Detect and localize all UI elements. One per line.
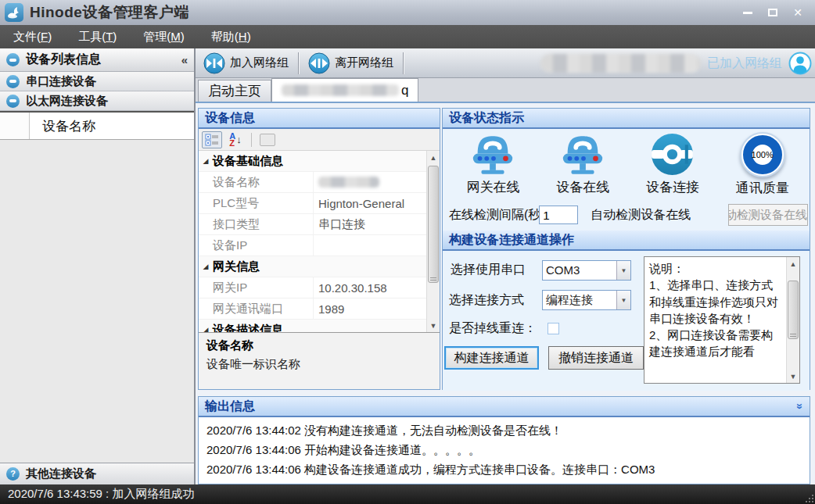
output-panel-header: 输出信息 » [199, 397, 810, 417]
device-status-header: 设备状态指示 [443, 109, 810, 129]
autodetect-button[interactable]: 自动检测设备在线 [728, 204, 808, 226]
device-name-column-header[interactable]: 设备名称 [30, 113, 194, 139]
property-grid: ◢ 设备基础信息 设备名称 PLC型号 Hignton-General 接口类型… [199, 151, 440, 332]
property-row-gateway-ip[interactable]: 网关IP 10.20.30.158 [199, 277, 426, 298]
reconnect-checkbox[interactable] [548, 323, 559, 334]
scroll-down-icon[interactable]: ▼ [787, 370, 799, 383]
interval-input[interactable] [539, 206, 578, 224]
sidebar-title: 设备列表信息 [26, 52, 181, 68]
close-button[interactable]: ✕ [785, 2, 810, 23]
comm-quality-value: 100% [752, 150, 774, 159]
alphabetical-sort-button[interactable]: AZ↓ [225, 131, 246, 148]
tab-device[interactable]: q [271, 78, 418, 102]
indicator-device-online: 设备在线 [544, 132, 623, 196]
redacted-user-info [540, 54, 701, 73]
main-toolbar: 加入网络组 离开网络组 已加入网络组 [196, 48, 815, 78]
property-row-device-name[interactable]: 设备名称 [199, 172, 426, 193]
tab-home[interactable]: 启动主页 [198, 80, 271, 102]
resize-grip[interactable] [803, 492, 813, 502]
menu-manage[interactable]: 管理(M) [130, 25, 198, 48]
category-row-basic[interactable]: ◢ 设备基础信息 [199, 151, 426, 172]
property-row-device-ip[interactable]: 设备IP [199, 235, 426, 256]
indicator-device-connected: 设备连接 [634, 132, 713, 196]
join-network-button[interactable]: 加入网络组 [196, 51, 296, 76]
interval-label: 在线检测间隔(秒 [449, 207, 540, 223]
reconnect-label: 是否掉线重连： [449, 320, 537, 337]
category-row-gateway[interactable]: ◢ 网关信息 [199, 256, 426, 277]
redacted-device-name [318, 177, 379, 188]
toolbar-separator [403, 52, 404, 74]
build-channel-button[interactable]: 构建连接通道 [444, 346, 539, 370]
property-row-gateway-port[interactable]: 网关通讯端口 1989 [199, 298, 426, 320]
scroll-down-icon[interactable]: ▼ [427, 319, 440, 332]
sidebar-item-other-devices[interactable]: ? 其他连接设备 [0, 463, 194, 484]
leave-network-icon [308, 52, 330, 74]
output-log-area[interactable]: 2020/7/6 13:44:02 没有构建连接通道，无法自动检测设备是否在线！… [199, 417, 810, 484]
property-description-title: 设备名称 [206, 338, 432, 353]
sidebar-item-ethernet-devices[interactable]: 以太网连接设备 [0, 91, 194, 111]
instruction-note-box: 说明： 1、选择串口、连接方式和掉线重连操作选项只对串口连接设备有效！ 2、网口… [644, 256, 800, 384]
device-online-icon [558, 132, 607, 177]
join-network-icon [203, 52, 225, 74]
sidebar-item-serial-devices[interactable]: 串口连接设备 [0, 72, 194, 91]
device-status-panel: 设备状态指示 网关在线 [442, 108, 810, 390]
sidebar-header[interactable]: 设备列表信息 « [0, 48, 194, 72]
output-panel: 输出信息 » 2020/7/6 13:44:02 没有构建连接通道，无法自动检测… [198, 396, 810, 484]
property-row-interface-type[interactable]: 接口类型 串口连接 [199, 214, 426, 235]
expander-icon[interactable]: ◢ [199, 263, 213, 270]
categorized-view-button[interactable] [202, 131, 222, 148]
app-logo-icon [5, 3, 23, 22]
device-info-panel: 设备信息 AZ↓ ◢ 设备基础信息 [198, 108, 440, 390]
user-avatar-icon[interactable] [788, 52, 812, 75]
maximize-button[interactable] [760, 2, 785, 23]
tab-device-suffix: q [401, 83, 408, 98]
title-bar: Hinode设备管理客户端 ✕ [0, 0, 815, 25]
indicator-comm-quality: 100% 通讯质量 [723, 132, 802, 197]
status-bar: 2020/7/6 13:43:59 : 加入网络组成功 [0, 484, 815, 504]
property-pages-button[interactable] [257, 131, 278, 148]
serial-port-label: 选择使用串口 [451, 262, 526, 278]
toolbar-separator [298, 52, 299, 74]
connect-mode-select[interactable]: 编程连接 ▼ [542, 290, 631, 310]
serial-port-select[interactable]: COM3 ▼ [542, 260, 631, 281]
property-row-plc-model[interactable]: PLC型号 Hignton-General [199, 193, 426, 214]
scroll-up-icon[interactable]: ▲ [787, 257, 799, 270]
scrollbar-thumb[interactable] [428, 166, 439, 283]
property-grid-scrollbar[interactable]: ▲ ▼ [426, 151, 440, 332]
scrollbar-thumb[interactable] [788, 281, 799, 339]
device-list-sidebar: 设备列表信息 « 串口连接设备 以太网连接设备 设备名称 ? 其他连接设备 [0, 48, 196, 484]
expander-icon[interactable]: ◢ [199, 157, 213, 165]
minimize-button[interactable] [735, 2, 760, 23]
note-scrollbar[interactable]: ▲ ▼ [786, 257, 799, 383]
log-line: 2020/7/6 13:44:06 开始构建设备连接通道。。。。。 [206, 440, 802, 459]
collapse-sidebar-icon[interactable]: « [181, 53, 188, 66]
indicator-gateway-online: 网关在线 [454, 132, 533, 196]
menu-bar: 文件(F) 工具(T) 管理(M) 帮助(H) [0, 25, 815, 48]
status-bar-text: 2020/7/6 13:43:59 : 加入网络组成功 [8, 487, 194, 502]
autodetect-label: 自动检测设备在线 [591, 207, 691, 223]
comm-quality-icon: 100% [740, 132, 785, 177]
scroll-up-icon[interactable]: ▲ [427, 151, 440, 164]
device-list-table: 设备名称 [0, 111, 194, 463]
main-content: 设备信息 AZ↓ ◢ 设备基础信息 [196, 102, 815, 484]
serial-device-icon [6, 75, 20, 88]
other-device-icon: ? [6, 467, 20, 481]
menu-file[interactable]: 文件(F) [0, 25, 65, 48]
menu-tools[interactable]: 工具(T) [65, 25, 130, 48]
connect-mode-label: 选择连接方式 [449, 292, 524, 309]
property-description-box: 设备名称 设备唯一标识名称 [199, 332, 440, 389]
collapse-output-icon[interactable]: » [794, 403, 806, 409]
destroy-channel-button[interactable]: 撤销连接通道 [548, 346, 644, 370]
dropdown-arrow-icon[interactable]: ▼ [616, 291, 630, 309]
category-row-description[interactable]: ◢ 设备描述信息 [199, 320, 426, 332]
leave-network-button[interactable]: 离开网络组 [300, 51, 401, 76]
device-info-header: 设备信息 [199, 109, 440, 129]
dropdown-arrow-icon[interactable]: ▼ [616, 261, 630, 280]
ethernet-device-icon [6, 95, 20, 108]
device-list-icon [6, 53, 20, 66]
tab-bar: 启动主页 q [196, 78, 815, 102]
expander-icon[interactable]: ◢ [199, 326, 213, 332]
log-line: 2020/7/6 13:44:02 没有构建连接通道，无法自动检测设备是否在线！ [206, 420, 802, 440]
device-connect-icon [650, 132, 695, 177]
menu-help[interactable]: 帮助(H) [198, 25, 264, 48]
